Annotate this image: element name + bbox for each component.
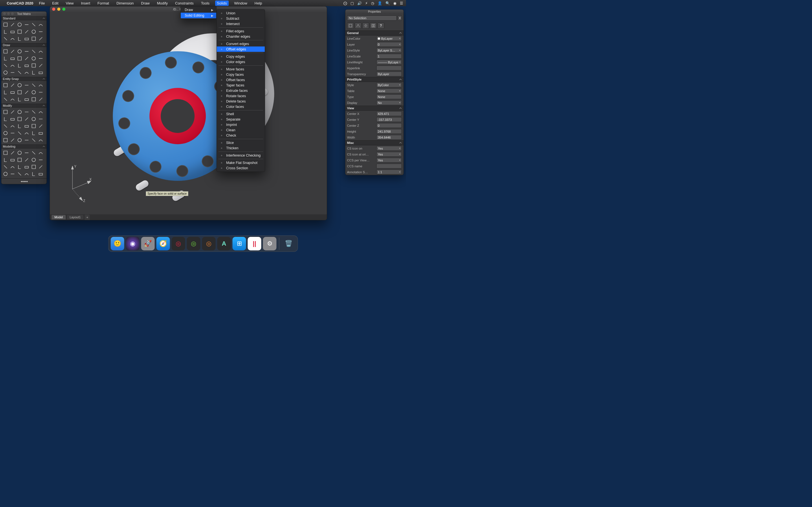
dock-launchpad[interactable]: 🚀 xyxy=(141,237,155,250)
menu-help[interactable]: Help xyxy=(253,1,264,6)
tool-icon[interactable] xyxy=(2,62,9,69)
tool-icon[interactable] xyxy=(37,163,44,170)
tool-icon[interactable] xyxy=(37,170,44,177)
tool-icon[interactable] xyxy=(37,89,44,96)
submenu-solid-editing[interactable]: Solid Editing▶ xyxy=(181,13,216,18)
minimize-button[interactable] xyxy=(57,8,60,11)
prop-value[interactable]: None▾ xyxy=(376,89,402,93)
dock-coreldraw[interactable]: ◎ xyxy=(187,237,200,250)
tab-layout1[interactable]: Layout1 xyxy=(67,215,84,219)
tool-icon[interactable] xyxy=(37,48,44,55)
dock-corelcad[interactable]: ◎ xyxy=(172,237,185,250)
prop-value[interactable]: 0▾ xyxy=(376,42,402,47)
tab-model[interactable]: Model xyxy=(52,215,66,219)
tool-icon[interactable] xyxy=(16,69,23,76)
dock-parallels[interactable]: || xyxy=(248,237,261,250)
tool-icon[interactable] xyxy=(16,136,23,144)
menuitem-offset-faces[interactable]: ▫Offset faces xyxy=(217,77,265,82)
tool-icon[interactable] xyxy=(37,136,44,144)
tool-icon[interactable] xyxy=(30,89,37,96)
prop-value[interactable]: 429.471 xyxy=(376,111,402,116)
tab-add[interactable]: ＋ xyxy=(85,215,90,220)
tool-icon[interactable] xyxy=(23,69,30,76)
tool-icon[interactable] xyxy=(2,170,9,177)
tool-icon[interactable] xyxy=(37,28,44,35)
tool-icon[interactable] xyxy=(2,82,9,89)
tool-icon[interactable] xyxy=(2,122,9,129)
tool-icon[interactable] xyxy=(23,108,30,115)
submenu-draw[interactable]: Draw▶ xyxy=(181,7,216,13)
tool-icon[interactable] xyxy=(9,69,16,76)
menuitem-check[interactable]: ▫Check xyxy=(217,133,265,138)
tool-icon[interactable] xyxy=(2,28,9,35)
prop-value[interactable]: ByColor▾ xyxy=(376,82,402,87)
battery-icon[interactable]: ⚡︎ xyxy=(365,1,368,5)
prop-value[interactable]: -157.3373 xyxy=(376,117,402,122)
tool-icon[interactable] xyxy=(9,108,16,115)
section-draw[interactable]: Draw xyxy=(1,43,47,47)
prop-tool-1[interactable] xyxy=(347,22,354,29)
menuitem-rotate-faces[interactable]: ▫Rotate faces xyxy=(217,93,265,99)
tool-icon[interactable] xyxy=(16,82,23,89)
prop-section-general[interactable]: General xyxy=(345,31,403,36)
tool-icon[interactable] xyxy=(16,163,23,170)
tool-icon[interactable] xyxy=(30,170,37,177)
tool-icon[interactable] xyxy=(2,129,9,136)
tool-icon[interactable] xyxy=(16,89,23,96)
dock-siri[interactable]: ◉ xyxy=(126,237,140,250)
prop-value[interactable]: ByLayer S…▾ xyxy=(376,48,402,53)
prop-value[interactable]: 1 xyxy=(376,54,402,59)
tool-icon[interactable] xyxy=(16,115,23,122)
dock-settings[interactable]: ⚙︎ xyxy=(263,237,276,250)
section-modify[interactable]: Modify xyxy=(1,104,47,108)
tool-icon[interactable] xyxy=(30,62,37,69)
tool-icon[interactable] xyxy=(2,149,9,156)
tool-icon[interactable] xyxy=(37,96,44,103)
tool-matrix-title[interactable]: Tool Matrix xyxy=(1,11,47,16)
menuitem-imprint[interactable]: ▫Imprint xyxy=(217,122,265,127)
tool-icon[interactable] xyxy=(30,96,37,103)
menuitem-move-faces[interactable]: ▫Move faces xyxy=(217,66,265,72)
tool-icon[interactable] xyxy=(23,35,30,42)
menuitem-taper-faces[interactable]: ▫Taper faces xyxy=(217,82,265,88)
tool-icon[interactable] xyxy=(23,163,30,170)
section-modeling[interactable]: Modeling xyxy=(1,145,47,149)
wifi-icon[interactable]: ⨀ xyxy=(343,1,347,5)
drawing-viewport[interactable]: Specify face on solid or surface Y X Z xyxy=(50,12,327,214)
dock-finder[interactable]: 🙂 xyxy=(111,237,124,250)
menuitem-color-edges[interactable]: ▫Color edges xyxy=(217,59,265,64)
menuitem-copy-faces[interactable]: ▫Copy faces xyxy=(217,72,265,77)
tool-icon[interactable] xyxy=(9,82,16,89)
menuitem-extrude-faces[interactable]: ▫Extrude faces xyxy=(217,88,265,93)
tool-icon[interactable] xyxy=(16,28,23,35)
tool-icon[interactable] xyxy=(9,35,16,42)
menuitem-convert-edges[interactable]: ▫Convert edges xyxy=(217,41,265,47)
menuitem-clean[interactable]: ▫Clean xyxy=(217,127,265,133)
tool-icon[interactable] xyxy=(23,96,30,103)
tool-icon[interactable] xyxy=(23,129,30,136)
tool-icon[interactable] xyxy=(16,35,23,42)
dock-windows[interactable]: ⊞ xyxy=(233,237,246,250)
tool-icon[interactable] xyxy=(23,170,30,177)
tool-icon[interactable] xyxy=(9,62,16,69)
tool-icon[interactable] xyxy=(16,108,23,115)
tool-icon[interactable] xyxy=(16,156,23,163)
prop-value[interactable] xyxy=(376,164,402,168)
menuitem-color-faces[interactable]: ▫Color faces xyxy=(217,104,265,109)
tool-icon[interactable] xyxy=(9,28,16,35)
spotlight-icon[interactable]: 🔍 xyxy=(386,1,390,5)
dock-trash[interactable]: 🗑️ xyxy=(282,237,296,250)
tool-icon[interactable] xyxy=(30,69,37,76)
tool-icon[interactable] xyxy=(37,82,44,89)
prop-section-printstyle[interactable]: PrintStyle xyxy=(345,77,403,82)
tool-icon[interactable] xyxy=(2,55,9,62)
tool-matrix-collapse[interactable]: ◂◂◂◂◂ xyxy=(1,178,47,184)
user-icon[interactable]: 👤 xyxy=(377,1,382,5)
tool-icon[interactable] xyxy=(16,62,23,69)
tool-icon[interactable] xyxy=(37,149,44,156)
tool-icon[interactable] xyxy=(2,156,9,163)
tool-icon[interactable] xyxy=(9,96,16,103)
prop-tool-3[interactable] xyxy=(362,22,369,29)
tool-icon[interactable] xyxy=(9,89,16,96)
tool-icon[interactable] xyxy=(30,55,37,62)
